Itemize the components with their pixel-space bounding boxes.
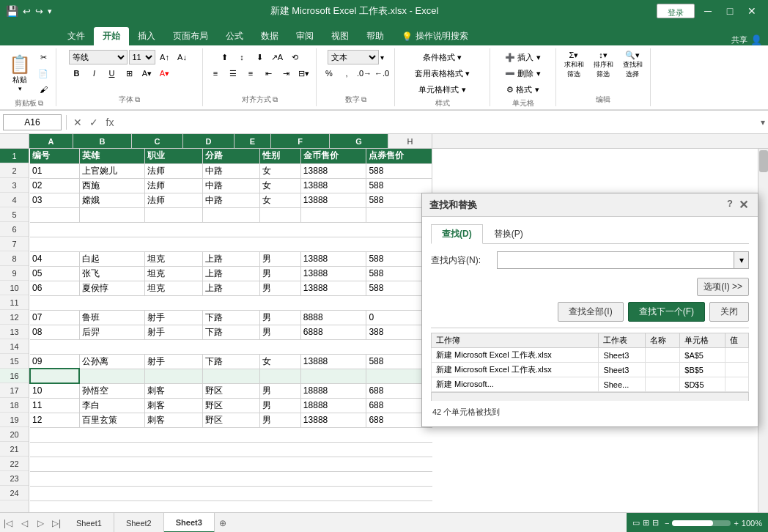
- cell-d4[interactable]: 中路: [202, 193, 259, 207]
- decrease-indent-button[interactable]: ⇤: [260, 66, 276, 81]
- conditional-format-button[interactable]: 条件格式 ▾: [418, 50, 467, 64]
- cell-c5[interactable]: [145, 207, 202, 222]
- cell-f3[interactable]: 13888: [300, 178, 366, 193]
- cell-a3[interactable]: 02: [30, 178, 79, 193]
- cell-f15[interactable]: 13888: [300, 354, 366, 369]
- cell-a4[interactable]: 03: [30, 193, 79, 207]
- cell-f9[interactable]: 13888: [300, 266, 366, 281]
- cell-e3[interactable]: 女: [259, 178, 300, 193]
- tab-file[interactable]: 文件: [59, 27, 94, 45]
- add-sheet-button[interactable]: ⊕: [215, 515, 231, 531]
- paste-dropdown[interactable]: ▾: [18, 85, 22, 92]
- cell-e2[interactable]: 女: [259, 163, 300, 178]
- cell-c19[interactable]: 刺客: [145, 413, 202, 427]
- col-header-d[interactable]: D: [183, 134, 235, 148]
- cell-a12[interactable]: 07: [30, 310, 79, 325]
- login-button[interactable]: 登录: [657, 4, 695, 18]
- name-box[interactable]: A16: [3, 114, 62, 130]
- cell-b18[interactable]: 李白: [79, 398, 145, 413]
- tab-nav-prev[interactable]: ◁: [16, 515, 32, 531]
- sort-filter-button[interactable]: ↕▾排序和筛选: [590, 50, 616, 79]
- cell-d15[interactable]: 下路: [202, 354, 259, 369]
- cell-b8[interactable]: 白起: [79, 251, 145, 266]
- cell-f5[interactable]: [300, 207, 366, 222]
- tab-nav-last[interactable]: ▷|: [48, 515, 64, 531]
- increase-font-button[interactable]: A↑: [157, 50, 173, 64]
- tab-search[interactable]: 💡 操作说明搜索: [393, 27, 477, 45]
- increase-indent-button[interactable]: ⇥: [278, 66, 294, 81]
- cell-d5[interactable]: [202, 207, 259, 222]
- cell-b16[interactable]: [79, 369, 145, 383]
- font-name-select[interactable]: 等线: [69, 50, 128, 64]
- cell-a8[interactable]: 04: [30, 251, 79, 266]
- list-item[interactable]: 新建 Microsoft... Shee... $D$5: [432, 377, 749, 392]
- results-scrollbar[interactable]: [431, 392, 749, 401]
- cell-e19[interactable]: 男: [259, 413, 300, 427]
- find-all-button[interactable]: 查找全部(I): [558, 302, 623, 322]
- search-input[interactable]: [497, 251, 734, 269]
- cell-c10[interactable]: 坦克: [145, 281, 202, 295]
- save-icon[interactable]: 💾: [6, 5, 18, 17]
- tab-view[interactable]: 视图: [322, 27, 358, 45]
- cell-c17[interactable]: 刺客: [145, 383, 202, 398]
- font-size-select[interactable]: 11: [129, 50, 155, 64]
- cell-a5[interactable]: [30, 207, 79, 222]
- cell-a9[interactable]: 05: [30, 266, 79, 281]
- fill-color-button[interactable]: A▾: [139, 66, 155, 81]
- tab-review[interactable]: 审阅: [287, 27, 322, 45]
- cell-e4[interactable]: 女: [259, 193, 300, 207]
- cell-c3[interactable]: 法师: [145, 178, 202, 193]
- account-icon[interactable]: 👤: [750, 34, 762, 45]
- tab-nav-next[interactable]: ▷: [32, 515, 48, 531]
- normal-view-button[interactable]: ▭: [632, 518, 640, 528]
- tab-nav-first[interactable]: |◁: [0, 515, 16, 531]
- cell-c12[interactable]: 射手: [145, 310, 202, 325]
- col-header-e[interactable]: E: [235, 134, 271, 148]
- sheet-tab-sheet1[interactable]: Sheet1: [64, 513, 114, 532]
- cell-e10[interactable]: 男: [259, 281, 300, 295]
- cell-f19[interactable]: 13888: [300, 413, 366, 427]
- cell-f13[interactable]: 6888: [300, 325, 366, 339]
- wrap-text-button[interactable]: ⟲: [287, 50, 303, 64]
- cell-b17[interactable]: 孙悟空: [79, 383, 145, 398]
- cell-b4[interactable]: 嫦娥: [79, 193, 145, 207]
- cell-d1[interactable]: 分路: [202, 149, 259, 163]
- cell-d19[interactable]: 野区: [202, 413, 259, 427]
- scrollbar-thumb[interactable]: [759, 150, 768, 172]
- find-next-button[interactable]: 查找下一个(F): [628, 302, 705, 322]
- align-middle-button[interactable]: ↕: [234, 50, 250, 64]
- decrease-decimal-button[interactable]: ←.0: [374, 66, 390, 81]
- cell-f12[interactable]: 8888: [300, 310, 366, 325]
- cell-d2[interactable]: 中路: [202, 163, 259, 178]
- search-dropdown-button[interactable]: ▾: [734, 251, 749, 269]
- insert-button[interactable]: ➕ 插入 ▾: [500, 50, 545, 64]
- cell-d9[interactable]: 上路: [202, 266, 259, 281]
- cell-d17[interactable]: 野区: [202, 383, 259, 398]
- cell-b13[interactable]: 后羿: [79, 325, 145, 339]
- zoom-slider[interactable]: [672, 520, 731, 526]
- cell-b2[interactable]: 上官婉儿: [79, 163, 145, 178]
- close-dialog-button[interactable]: 关闭: [709, 302, 749, 322]
- undo-icon[interactable]: ↩: [23, 6, 31, 17]
- format-painter-button[interactable]: 🖌: [35, 82, 51, 97]
- increase-decimal-button[interactable]: .0→: [356, 66, 372, 81]
- cell-f8[interactable]: 13888: [300, 251, 366, 266]
- dialog-tab-replace[interactable]: 替换(P): [483, 224, 534, 244]
- cell-f16[interactable]: [300, 369, 366, 383]
- border-button[interactable]: ⊞: [122, 66, 138, 81]
- cell-c4[interactable]: 法师: [145, 193, 202, 207]
- options-button[interactable]: 选项(I) >>: [697, 278, 749, 296]
- cell-f10[interactable]: 13888: [300, 281, 366, 295]
- sum-button[interactable]: Σ▾求和和筛选: [561, 50, 587, 79]
- cell-a15[interactable]: 09: [30, 354, 79, 369]
- cell-e12[interactable]: 男: [259, 310, 300, 325]
- underline-button[interactable]: U: [104, 66, 120, 81]
- cell-e17[interactable]: 男: [259, 383, 300, 398]
- cell-e8[interactable]: 男: [259, 251, 300, 266]
- redo-icon[interactable]: ↪: [35, 6, 43, 17]
- align-bottom-button[interactable]: ⬇: [251, 50, 267, 64]
- dialog-close-button[interactable]: ✕: [736, 198, 750, 212]
- cell-c16[interactable]: [145, 369, 202, 383]
- share-button[interactable]: 共享: [731, 34, 747, 45]
- align-left-button[interactable]: ≡: [207, 66, 224, 81]
